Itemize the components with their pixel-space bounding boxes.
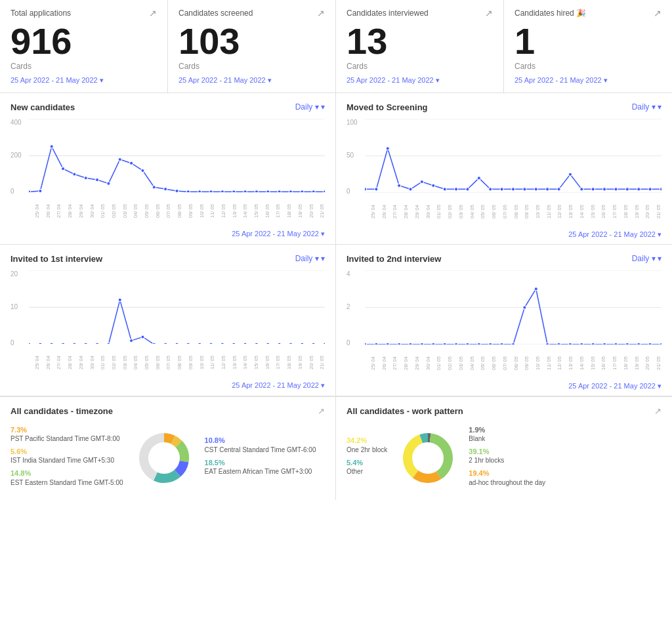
svg-point-82 [243, 343, 247, 344]
svg-point-43 [477, 176, 480, 179]
svg-point-119 [660, 343, 662, 344]
legend-item-timezone: 18.5% EAT Eastern African Time GMT+3:00 [205, 458, 316, 476]
chart-header-invited-1st: Invited to 1st interview Daily ▾ [10, 254, 325, 264]
metric-date-interviewed[interactable]: 25 Apr 2022 - 21 May 2022 [346, 76, 493, 85]
svg-point-52 [580, 187, 583, 190]
x-date-label: 20/ 05 [639, 196, 650, 228]
x-date-label: 25/ 04 [29, 347, 40, 379]
svg-point-115 [614, 343, 618, 344]
x-date-label: 08/ 05 [508, 348, 519, 379]
donut-external-icon-timezone[interactable]: ↗ [318, 406, 325, 416]
svg-point-26 [289, 190, 292, 192]
x-date-label: 28/ 04 [398, 196, 409, 228]
donut-external-icon-work-pattern[interactable]: ↗ [654, 406, 662, 416]
daily-select-invited-2nd[interactable]: Daily ▾ [632, 254, 662, 263]
x-date-label: 09/ 05 [182, 347, 194, 379]
svg-point-114 [603, 343, 606, 344]
svg-point-29 [323, 190, 325, 192]
daily-select-moved-screening[interactable]: Daily ▾ [632, 102, 662, 112]
chart-title-invited-2nd: Invited to 2nd interview [346, 254, 441, 264]
legend-item-timezone: 14.8% EST Eastern Standard Time GMT-5:00 [10, 469, 123, 486]
svg-point-84 [266, 343, 270, 344]
svg-point-97 [409, 343, 412, 344]
chart-date-range-new-candidates[interactable]: 25 Apr 2022 - 21 May 2022 [10, 230, 325, 238]
metric-card-screened: Candidates screened ↗ 103 Cards 25 Apr 2… [168, 0, 336, 93]
svg-point-38 [420, 180, 423, 183]
chart-title-invited-1st: Invited to 1st interview [10, 254, 102, 264]
x-date-label: 26/ 04 [40, 347, 51, 379]
x-date-label: 08/ 05 [171, 196, 182, 227]
metric-label-hired: Cards [514, 62, 662, 71]
y-label-zero: 0 [10, 339, 14, 346]
svg-point-118 [648, 343, 652, 344]
x-date-label: 09/ 05 [182, 196, 194, 227]
svg-point-23 [255, 190, 258, 192]
svg-point-111 [568, 343, 572, 344]
x-date-label: 27/ 04 [51, 196, 62, 227]
metric-label-total: Cards [10, 62, 157, 71]
svg-point-83 [255, 343, 258, 344]
external-link-icon-total[interactable]: ↗ [149, 8, 157, 18]
x-date-label: 18/ 05 [281, 196, 292, 227]
daily-select-invited-1st[interactable]: Daily ▾ [295, 254, 325, 263]
donut-svg-work-pattern [395, 425, 461, 491]
daily-select-new-candidates[interactable]: Daily ▾ [295, 102, 325, 112]
x-date-label: 17/ 05 [606, 348, 618, 379]
external-link-icon-screened[interactable]: ↗ [317, 8, 325, 18]
svg-point-25 [278, 190, 281, 192]
svg-point-46 [511, 187, 514, 190]
x-date-label: 26/ 04 [40, 196, 51, 227]
chart-date-range-invited-2nd[interactable]: 25 Apr 2022 - 21 May 2022 [346, 382, 662, 390]
x-date-label: 21/ 05 [650, 196, 662, 228]
svg-point-19 [209, 190, 213, 192]
svg-point-41 [455, 187, 458, 190]
chart-date-range-invited-1st[interactable]: 25 Apr 2022 - 21 May 2022 [10, 381, 325, 390]
x-date-label: 15/ 05 [585, 348, 596, 379]
x-date-label: 11/ 05 [541, 348, 552, 379]
x-date-label: 17/ 05 [270, 347, 281, 379]
svg-point-88 [312, 343, 315, 344]
x-date-label: 12/ 05 [215, 196, 226, 227]
external-link-icon-interviewed[interactable]: ↗ [485, 8, 493, 18]
donut-content-timezone: 7.3% PST Pacific Standard Time GMT-8:00 … [10, 425, 325, 491]
svg-point-4 [39, 189, 42, 192]
svg-point-104 [489, 343, 492, 344]
metric-value-interviewed: 13 [346, 21, 493, 62]
svg-point-96 [398, 343, 401, 344]
x-date-label: 14/ 05 [574, 196, 585, 228]
svg-point-28 [312, 190, 315, 192]
svg-point-7 [73, 173, 76, 176]
x-date-label: 30/ 04 [420, 196, 431, 228]
x-date-label: 02/ 05 [106, 347, 117, 379]
x-date-label: 19/ 05 [292, 347, 303, 379]
x-date-label: 26/ 04 [376, 196, 387, 228]
metric-date-total[interactable]: 25 Apr 2022 - 21 May 2022 [10, 76, 157, 85]
x-date-label: 25/ 04 [365, 348, 376, 379]
chart-section-invited-1st: Invited to 1st interview Daily ▾ 20 10 0 [0, 245, 336, 396]
svg-point-22 [243, 190, 247, 192]
x-date-label: 29/ 04 [409, 196, 420, 228]
x-date-label: 13/ 05 [226, 196, 238, 227]
metric-date-hired[interactable]: 25 Apr 2022 - 21 May 2022 [514, 76, 662, 85]
donut-segment [430, 433, 453, 479]
external-link-icon-hired[interactable]: ↗ [654, 8, 662, 18]
svg-point-66 [61, 343, 64, 344]
x-date-label: 18/ 05 [618, 196, 629, 228]
svg-point-9 [96, 178, 99, 181]
svg-point-67 [73, 343, 76, 344]
x-date-label: 17/ 05 [270, 196, 281, 227]
x-date-label: 01/ 05 [94, 347, 106, 379]
x-date-label: 26/ 04 [376, 348, 387, 379]
x-date-label: 30/ 04 [84, 196, 95, 227]
svg-point-59 [660, 187, 662, 190]
line-chart-svg-invited-2nd [365, 270, 662, 344]
chart-date-range-moved-screening[interactable]: 25 Apr 2022 - 21 May 2022 [346, 230, 662, 239]
x-date-label: 02/ 05 [442, 348, 453, 379]
svg-point-48 [534, 187, 537, 190]
svg-point-80 [220, 343, 224, 344]
metric-date-screened[interactable]: 25 Apr 2022 - 21 May 2022 [178, 76, 325, 85]
metric-header-total: Total applications ↗ [10, 8, 157, 18]
x-date-label: 05/ 05 [138, 196, 150, 227]
x-date-label: 20/ 05 [639, 348, 650, 379]
svg-point-12 [130, 161, 133, 165]
